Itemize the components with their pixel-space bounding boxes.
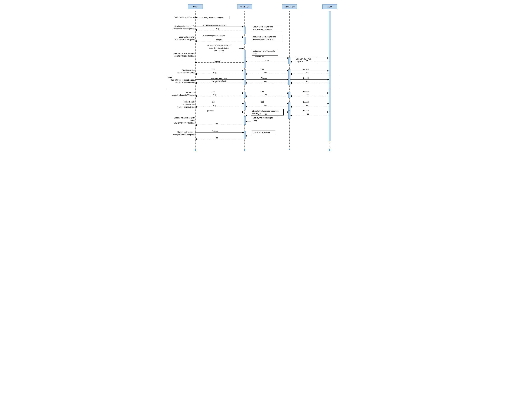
label-dispatch-volume: dispatch: [303, 91, 310, 93]
arrow-ctrl-volume-req: [195, 93, 244, 93]
arrow-rsp-start-il: [246, 74, 288, 74]
activation-audiohdi-8: [244, 116, 246, 125]
arrow-rsp-start-adm: [290, 74, 329, 74]
label-rsp-destroy-user: Rsp: [215, 123, 218, 125]
note-adapter-config: Obtain audio adapter infofrom adapter_co…: [252, 25, 281, 31]
activation-interfacelib-6: [288, 110, 290, 119]
arrow-getalladapters-rsp: [195, 30, 244, 30]
arrow-rsp-destroy-il: [246, 115, 288, 115]
label-rsp-stop-user: Rsp: [213, 105, 216, 106]
arrow-getaudiomanagerfuncs-return: [195, 17, 198, 18]
label-rsp-unload: Rsp: [215, 137, 218, 139]
label-arrow-streamctrl-rsp: Rsp: [266, 59, 269, 61]
arrow-rsp-stream-user: [195, 83, 244, 83]
label-arrow-getalladapters-rsp: Rsp: [216, 28, 219, 30]
label-ctrl-volume: Ctrl: [212, 91, 215, 93]
label-rsp-start-il: Rsp: [264, 72, 267, 74]
arrow-rsp-stop-adm: [290, 107, 329, 107]
label-unloadadapter: Unload audio adaptermanager->UnloadAdapt…: [167, 131, 195, 136]
arrow-dispatch-params: [239, 48, 244, 49]
label-rsp-stream-user: Rsp: [213, 81, 216, 83]
label-destroyrender: Destroy the audio adapterclassadapter->D…: [167, 117, 195, 124]
label-controlstop: Playback endsStop instructionrender->con…: [167, 101, 195, 108]
label-dispatch-audio: Dispatch audio data(frame, numRead): [203, 77, 236, 82]
arrow-streamctrl-req: [246, 58, 288, 58]
activation-interfacelib-4: [288, 92, 290, 98]
loop-frame: loop: [167, 76, 340, 89]
arrow-rsp-stop-user: [195, 107, 244, 107]
arrow-dispatch-hdf: [290, 58, 329, 58]
arrow-rsp-destroy-adm: [290, 115, 329, 115]
label-arrow-render-rsp: render: [215, 60, 220, 62]
label-rsp-stop-il: Rsp: [264, 105, 267, 106]
label-dispatch-start: dispatch: [303, 68, 310, 70]
note-destroy-class: Destroy the audio adapterclass: [252, 116, 278, 122]
lifeline-end-audiohdi: [244, 149, 245, 151]
label-rsp-stream-adm: Rsp: [306, 81, 309, 83]
note-unload: Unload audio adapter: [252, 131, 275, 134]
lifeline-header-audiohdi: Audio HDI: [237, 5, 252, 9]
label-setvolume: Set volumerender->volume.SetVolume(): [167, 91, 195, 96]
label-rsp-stream-il: Rsp: [264, 81, 267, 83]
ellipsis: ...: [194, 98, 196, 101]
activation-audiohdi-9: [244, 131, 246, 139]
activation-audiohdi-3: [244, 50, 246, 68]
label-ctrl-start-il: Ctrl: [261, 68, 264, 70]
lifeline-header-adm: ADM: [322, 5, 337, 9]
arrow-rsp-start-user: [195, 74, 244, 74]
lifeline-header-user: User: [188, 5, 203, 9]
arrow-rsp-stream-adm: [290, 83, 329, 83]
arrow-rsp-stream-il: [246, 83, 288, 83]
arrow-renderframe-req: [195, 79, 244, 80]
arrow-unload-req: [195, 132, 244, 133]
label-ctrl-stop-il: Ctrl: [261, 101, 264, 103]
activation-audiohdi-6: [244, 92, 246, 98]
label-ctrl-volume-il: Ctrl: [261, 91, 264, 93]
arrow-stream-il: [246, 79, 288, 80]
label-arrow-getalladapters: AudioManagerGetAllAdapters: [203, 24, 227, 26]
activation-audiohdi-7: [244, 102, 246, 110]
label-ctrl-start: Ctrl: [212, 68, 215, 70]
lifeline-header-interfacelib: Interface Lib: [282, 5, 297, 9]
label-getalladapters: Obtain audio adapter infoManager->GetAll…: [167, 25, 195, 30]
arrow-destroy-self: [246, 121, 251, 121]
label-unload-req: Adapter: [212, 130, 218, 132]
activation-interfacelib-1: [288, 57, 290, 64]
label-dispatch-stream: dispatch: [303, 77, 310, 79]
label-rsp-destroy-adm: Rsp: [306, 113, 309, 115]
arrow-rsp-stop-il: [246, 107, 288, 107]
label-rsp-volume-user: Rsp: [213, 94, 216, 96]
label-render-destroy: (render): [207, 110, 214, 112]
note-instantiate-class: Instantiate the audio adapterclass: [252, 49, 278, 55]
lifeline-end-user: [195, 149, 196, 151]
label-createrender: Create audio adapter classadapter->Creat…: [167, 52, 195, 57]
arrow-unload-self: [246, 136, 251, 136]
activation-audiohdi-2: [244, 37, 246, 44]
label-getaudiomanagerfuncs: GetAudioManagerFuncs(): [167, 16, 195, 19]
label-rsp-start-user: Rsp: [213, 72, 216, 74]
label-dispatch-stop: dispatch: [303, 101, 310, 103]
label-arrow-adm-rsp1: Rsp: [306, 59, 309, 61]
arrow-loadadapter-req: [195, 37, 244, 37]
lifeline-end-adm: [329, 149, 330, 151]
loop-label: loop: [167, 76, 173, 79]
arrow-dispatch-stream: [290, 79, 329, 80]
label-loadadapter: Load audio adapterManager->loadAdapter(): [167, 36, 195, 41]
activation-audiohdi-1: [244, 27, 246, 34]
label-rsp-start-adm: Rsp: [306, 72, 309, 74]
label-controlstart: Start instructionrender->control.Start(): [167, 69, 195, 74]
note-instantiate-adapter: Instantiate audio adapter infoand load t…: [252, 35, 283, 41]
label-rsp-destroy-il: Rsp: [264, 113, 267, 115]
note-entry-function: Obtain entry fcuntion through so: [198, 16, 230, 19]
label-dispatch-params: Dispatch parameters based onaudio & devi…: [199, 44, 239, 52]
note-stop-playback: Stop playback, release resourcesStream_c…: [251, 109, 284, 115]
label-ctrl-stop: Ctrl: [212, 101, 215, 103]
label-rsp-volume-adm: Rsp: [306, 94, 309, 96]
label-arrow-streamctrl: Stream_ctrl: [255, 56, 264, 58]
arrow-dispatch-volume: [290, 93, 329, 93]
arrow-ctrl-volume-il: [246, 93, 288, 93]
label-rsp-volume-il: Rsp: [264, 94, 267, 96]
activation-interfacelib-5: [288, 102, 290, 110]
label-arrow-loadadapter: AudioManagerLoadAdapter: [203, 35, 225, 37]
label-dispatch-stop2: dispatch: [303, 110, 310, 112]
